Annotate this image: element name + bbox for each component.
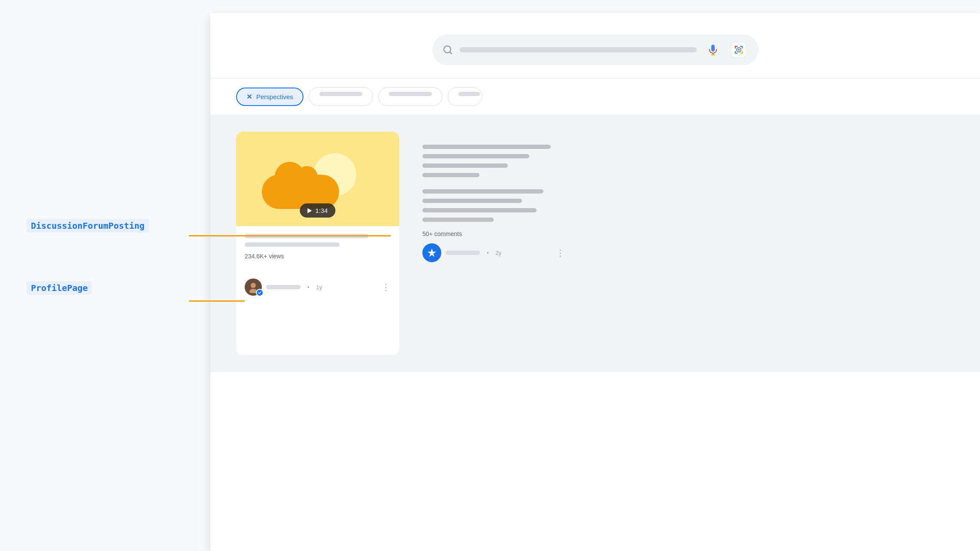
tab-perspectives[interactable]: ✕ Perspectives	[236, 88, 303, 106]
more-options-button-2[interactable]: ⋮	[556, 248, 565, 258]
svg-point-4	[738, 49, 740, 51]
search-section	[210, 13, 980, 79]
play-icon	[307, 208, 312, 213]
annotation-profile-label: ProfilePage	[27, 281, 92, 295]
close-tab-icon[interactable]: ✕	[246, 93, 252, 101]
channel-name-placeholder	[266, 285, 300, 289]
search-icon	[443, 45, 453, 55]
filter-tab-4[interactable]	[448, 87, 482, 106]
text-line-8	[422, 218, 494, 222]
google-lens-button[interactable]	[729, 40, 748, 59]
annotation-discussion-line	[189, 235, 391, 236]
avatar[interactable]	[245, 279, 262, 296]
text-line-4	[422, 173, 479, 177]
filter-tabs: ✕ Perspectives	[210, 79, 980, 115]
voice-search-button[interactable]	[704, 40, 722, 59]
filter-tab-3[interactable]	[378, 87, 443, 106]
tab-bar-placeholder	[458, 92, 480, 96]
text-line-7	[422, 208, 537, 212]
browser-content: ✕ Perspectives	[210, 13, 980, 551]
post-time-2: •	[487, 250, 489, 256]
card-title-line-2	[245, 242, 340, 247]
card-body: 234.6K+ views	[236, 226, 399, 273]
filter-tab-2[interactable]	[309, 87, 373, 106]
video-views: 234.6K+ views	[245, 253, 391, 260]
video-thumbnail[interactable]: 1:34	[236, 132, 399, 226]
channel-name-placeholder-2	[446, 251, 480, 255]
content-area: 1:34 234.6K+ views	[210, 115, 980, 372]
post-time-value: 1y	[316, 284, 322, 291]
verified-badge	[256, 289, 264, 297]
annotation-discussion-label: DiscussionForumPosting	[27, 219, 149, 233]
text-line-2	[422, 154, 529, 158]
search-bar[interactable]	[432, 34, 759, 65]
text-card: 50+ comments • 2y ⋮	[412, 132, 575, 355]
tab-perspectives-label: Perspectives	[256, 93, 293, 100]
text-line-6	[422, 199, 522, 203]
tab-bar-placeholder	[389, 92, 432, 96]
star-icon	[426, 247, 437, 258]
comment-count: 50+ comments	[422, 230, 565, 237]
more-options-button[interactable]: ⋮	[382, 282, 391, 292]
post-time: •	[307, 284, 309, 291]
card-footer: • 1y ⋮	[236, 273, 399, 303]
text-line-3	[422, 163, 508, 168]
search-query-placeholder	[460, 47, 697, 52]
svg-point-5	[251, 283, 256, 288]
post-time-value-2: 2y	[496, 250, 502, 256]
annotation-profile-line	[189, 300, 245, 302]
channel-avatar[interactable]	[422, 243, 441, 262]
video-duration-badge: 1:34	[300, 203, 335, 218]
video-card: 1:34 234.6K+ views	[236, 132, 399, 355]
text-line-1	[422, 145, 551, 149]
tab-bar-placeholder	[319, 92, 362, 96]
card2-footer: • 2y ⋮	[422, 243, 565, 262]
text-line-5	[422, 189, 543, 194]
